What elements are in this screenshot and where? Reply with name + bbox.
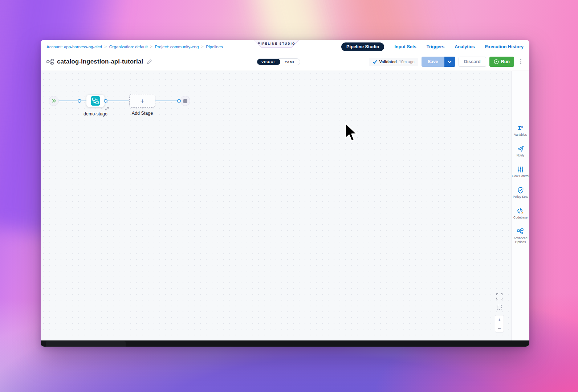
- add-stage-label: Add Stage: [132, 111, 153, 116]
- sliders-icon: [518, 166, 524, 173]
- top-bar: Account: app-harness-ng-cicd > Organizat…: [41, 40, 529, 53]
- toggle-yaml[interactable]: YAML: [280, 59, 300, 65]
- fullscreen-icon[interactable]: [496, 293, 502, 299]
- fit-to-screen-icon[interactable]: [497, 305, 502, 310]
- breadcrumb-separator: >: [150, 45, 152, 49]
- pipeline-name-title: catalog-ingestion-api-tutorial: [57, 58, 143, 65]
- validated-label: Validated: [379, 60, 397, 64]
- connector-line: [107, 101, 129, 101]
- sidebar-item-policy-sets[interactable]: Policy Sets: [512, 187, 529, 199]
- window-bottom-tab: [46, 341, 126, 347]
- visual-yaml-toggle: VISUAL YAML: [257, 58, 300, 65]
- run-play-icon: [494, 59, 499, 64]
- sidebar-item-label: Notify: [517, 154, 525, 158]
- sidebar-item-codebase[interactable]: Codebase: [512, 207, 529, 220]
- stage-node-demo-stage[interactable]: [86, 95, 105, 107]
- connector-line: [155, 101, 178, 101]
- breadcrumb-account[interactable]: Account: app-harness-ng-cicd: [46, 45, 102, 49]
- nav-input-sets[interactable]: Input Sets: [394, 44, 416, 49]
- sidebar-item-label: Advanced Options: [512, 236, 529, 244]
- sidebar-item-variables[interactable]: Σx Variables: [512, 124, 529, 137]
- pipeline-toolbar: catalog-ingestion-api-tutorial VISUAL YA…: [41, 53, 529, 70]
- pipeline-start-node[interactable]: [49, 96, 59, 106]
- connector-dot[interactable]: [177, 99, 181, 103]
- window-bottom-bar: [41, 340, 529, 347]
- pipeline-studio-ribbon: PIPELINE STUDIO: [254, 40, 299, 48]
- add-stage-button[interactable]: +: [129, 94, 155, 108]
- save-button[interactable]: Save: [422, 57, 444, 67]
- sidebar-item-notify[interactable]: Notify: [512, 145, 529, 158]
- stop-icon: [183, 99, 187, 103]
- breadcrumb-separator: >: [105, 45, 107, 49]
- sidebar-item-label: Variables: [514, 133, 527, 137]
- nav-execution-history[interactable]: Execution History: [485, 44, 524, 49]
- sidebar-item-flow-control[interactable]: Flow Control: [512, 166, 529, 178]
- nav-triggers[interactable]: Triggers: [427, 44, 444, 49]
- save-split-button: Save: [422, 57, 455, 67]
- zoom-out-button[interactable]: −: [495, 324, 504, 332]
- top-nav: Pipeline Studio Input Sets Triggers Anal…: [341, 42, 524, 51]
- paper-plane-icon: [517, 146, 524, 152]
- breadcrumb-project[interactable]: Project: community-eng: [155, 45, 199, 49]
- nav-pipeline-studio[interactable]: Pipeline Studio: [341, 42, 384, 51]
- code-warning-icon: [517, 208, 524, 214]
- pipeline-studio-ribbon-label: PIPELINE STUDIO: [255, 40, 299, 47]
- more-options-kebab-icon[interactable]: [518, 58, 524, 66]
- save-dropdown-button[interactable]: [444, 57, 455, 67]
- title-group: catalog-ingestion-api-tutorial: [46, 58, 152, 65]
- breadcrumb-organization[interactable]: Organization: default: [109, 45, 148, 49]
- breadcrumb-separator: >: [201, 45, 203, 49]
- pipeline-canvas[interactable]: demo-stage + Add Stage: [41, 71, 511, 340]
- plus-icon: +: [140, 98, 144, 105]
- check-icon: [373, 60, 377, 64]
- canvas-controls: + −: [495, 293, 504, 332]
- chevron-down-icon: [448, 61, 452, 63]
- start-icon: [52, 99, 56, 103]
- custom-stage-icon: [91, 96, 100, 106]
- main-area: demo-stage + Add Stage: [41, 71, 529, 340]
- shield-check-icon: [518, 187, 524, 193]
- run-button[interactable]: Run: [489, 57, 514, 67]
- pipeline-graph: demo-stage + Add Stage: [49, 95, 190, 106]
- edit-pencil-icon[interactable]: [147, 59, 152, 64]
- connector-dot[interactable]: [78, 99, 81, 103]
- zoom-in-button[interactable]: +: [495, 315, 504, 324]
- breadcrumb: Account: app-harness-ng-cicd > Organizat…: [46, 45, 223, 49]
- stage-node-wrap: demo-stage: [86, 95, 105, 107]
- run-label: Run: [501, 59, 510, 64]
- right-sidebar: Σx Variables Notify: [511, 71, 529, 340]
- discard-button[interactable]: Discard: [459, 57, 486, 67]
- connector-line: [81, 101, 86, 101]
- add-stage-node-wrap: + Add Stage: [129, 94, 155, 108]
- app-window: Account: app-harness-ng-cicd > Organizat…: [41, 40, 529, 347]
- sidebar-item-label: Flow Control: [512, 174, 529, 178]
- sigma-x-icon: Σx: [518, 125, 523, 131]
- sidebar-item-label: Codebase: [513, 216, 528, 220]
- validated-status: Validated 10m ago: [369, 58, 418, 66]
- connector-dot[interactable]: [104, 99, 107, 103]
- sidebar-item-label: Policy Sets: [513, 195, 528, 199]
- toolbar-actions: Validated 10m ago Save Discard Run: [369, 57, 524, 67]
- pipeline-graph-icon: [46, 59, 54, 65]
- chain-link-icon: [105, 107, 109, 111]
- nav-analytics[interactable]: Analytics: [455, 44, 475, 49]
- stage-label: demo-stage: [84, 111, 107, 117]
- validated-time: 10m ago: [399, 60, 415, 64]
- pipeline-end-node[interactable]: [180, 96, 190, 106]
- zoom-controls: + −: [495, 315, 504, 332]
- connector-line: [59, 101, 78, 101]
- pipeline-gear-icon: [517, 228, 524, 235]
- breadcrumb-pipelines[interactable]: Pipelines: [206, 45, 223, 49]
- sidebar-item-advanced-options[interactable]: Advanced Options: [512, 228, 529, 244]
- toggle-visual[interactable]: VISUAL: [257, 59, 280, 65]
